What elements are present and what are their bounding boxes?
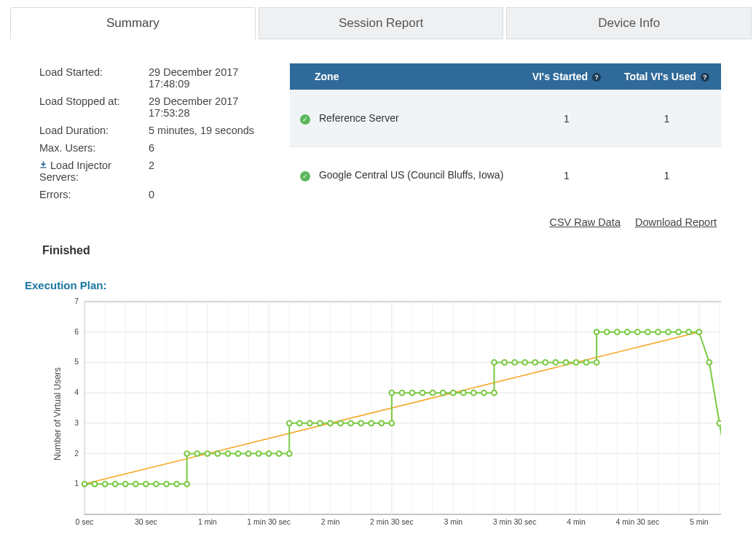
tab-session-report[interactable]: Session Report [259, 7, 504, 39]
svg-point-134 [676, 329, 681, 334]
svg-point-121 [553, 360, 558, 365]
fact-label: Load Started: [39, 66, 149, 78]
fact-value: 2 [149, 160, 272, 171]
svg-point-88 [246, 451, 251, 456]
zone-started: 1 [521, 147, 613, 203]
svg-point-112 [471, 391, 476, 396]
export-links: CSV Raw Data Download Report [39, 216, 717, 228]
check-circle-icon: ✓ [300, 114, 310, 125]
svg-point-77 [143, 482, 149, 487]
svg-point-133 [666, 329, 671, 334]
vis-total-header: Total VI's Used ? [613, 63, 721, 90]
execution-plan-title: Execution Plan: [25, 279, 721, 291]
svg-point-119 [532, 360, 538, 365]
svg-text:3 min: 3 min [444, 517, 462, 526]
y-axis-label: Number of Virtual Users [47, 297, 63, 530]
svg-point-130 [635, 329, 640, 334]
execution-plan-chart: Number of Virtual Users 12345670 sec30 s… [47, 297, 721, 530]
fact-label: Load Injector Servers: [39, 160, 149, 183]
zone-total: 1 [613, 90, 721, 147]
zone-started: 1 [521, 90, 613, 147]
table-row: ✓ Reference Server 1 1 [290, 90, 721, 147]
svg-point-97 [328, 420, 333, 425]
summary-facts: Load Started: 29 December 2017 17:48:09 … [39, 63, 272, 203]
svg-text:5: 5 [74, 357, 79, 366]
zone-total: 1 [613, 147, 721, 203]
help-icon[interactable]: ? [701, 73, 709, 82]
svg-text:3 min 30 sec: 3 min 30 sec [493, 517, 537, 526]
status-text: Finished [42, 244, 721, 257]
fact-value: 0 [149, 189, 272, 200]
svg-point-100 [358, 420, 363, 425]
svg-point-84 [205, 451, 210, 456]
svg-text:2: 2 [74, 449, 79, 458]
svg-point-132 [655, 329, 661, 334]
csv-raw-data-link[interactable]: CSV Raw Data [549, 216, 621, 228]
svg-point-123 [574, 360, 579, 365]
svg-text:1 min 30 sec: 1 min 30 sec [247, 517, 291, 526]
svg-point-114 [492, 391, 497, 396]
svg-point-128 [615, 329, 620, 334]
fact-value: 6 [149, 142, 272, 154]
svg-point-95 [307, 420, 312, 425]
svg-point-80 [174, 482, 179, 487]
svg-point-96 [318, 420, 323, 425]
svg-text:3: 3 [74, 418, 79, 427]
zone-name: Reference Server [319, 112, 399, 124]
svg-text:2 min 30 sec: 2 min 30 sec [370, 517, 414, 526]
svg-point-74 [113, 482, 118, 487]
zone-name: Google Central US (Council Bluffs, Iowa) [319, 169, 503, 181]
svg-text:2 min: 2 min [321, 517, 340, 526]
fact-value: 29 December 2017 17:48:09 [149, 66, 272, 90]
svg-text:1 min: 1 min [198, 517, 217, 526]
svg-text:4 min: 4 min [567, 517, 586, 526]
svg-text:4 min 30 sec: 4 min 30 sec [616, 517, 660, 526]
chart-svg: 12345670 sec30 sec1 min1 min 30 sec2 min… [63, 297, 721, 530]
svg-point-93 [287, 420, 292, 425]
download-report-link[interactable]: Download Report [635, 216, 717, 228]
svg-point-76 [133, 482, 138, 487]
svg-point-136 [696, 329, 701, 334]
svg-rect-0 [40, 167, 46, 168]
svg-point-124 [584, 360, 589, 365]
svg-text:0 sec: 0 sec [75, 517, 93, 526]
svg-point-71 [82, 482, 87, 487]
tab-device-info[interactable]: Device Info [506, 7, 752, 39]
svg-point-129 [625, 329, 630, 334]
svg-point-116 [502, 360, 507, 365]
svg-point-94 [297, 420, 302, 425]
fact-label: Load Duration: [39, 125, 149, 136]
svg-point-87 [236, 451, 241, 456]
svg-point-75 [123, 482, 128, 487]
svg-point-78 [154, 482, 159, 487]
svg-point-126 [594, 329, 599, 334]
svg-text:6: 6 [74, 327, 79, 336]
tab-summary[interactable]: Summary [10, 7, 256, 39]
svg-point-122 [564, 360, 569, 365]
svg-point-83 [194, 451, 200, 456]
svg-point-106 [410, 391, 415, 396]
svg-point-117 [512, 360, 517, 365]
fact-value: 5 minutes, 19 seconds [149, 125, 272, 136]
svg-point-137 [706, 360, 712, 365]
fact-label: Load Stopped at: [39, 95, 149, 107]
tabs-bar: Summary Session Report Device Info [10, 7, 752, 39]
svg-text:7: 7 [74, 297, 79, 305]
zone-table: Zone VI's Started ? Total VI's Used ? [290, 63, 721, 203]
svg-point-125 [594, 360, 599, 365]
svg-point-92 [287, 451, 292, 456]
svg-point-127 [605, 329, 610, 334]
svg-point-81 [184, 482, 189, 487]
fact-label: Max. Users: [39, 142, 149, 154]
svg-text:1: 1 [74, 479, 79, 487]
svg-point-90 [267, 451, 272, 456]
help-icon[interactable]: ? [592, 73, 601, 82]
svg-point-86 [225, 451, 230, 456]
svg-text:5 min: 5 min [690, 517, 709, 526]
svg-point-110 [451, 391, 456, 396]
svg-point-118 [522, 360, 527, 365]
fact-value: 29 December 2017 17:53:28 [149, 95, 272, 119]
svg-point-115 [492, 360, 497, 365]
svg-point-89 [256, 451, 261, 456]
svg-point-102 [379, 420, 384, 425]
